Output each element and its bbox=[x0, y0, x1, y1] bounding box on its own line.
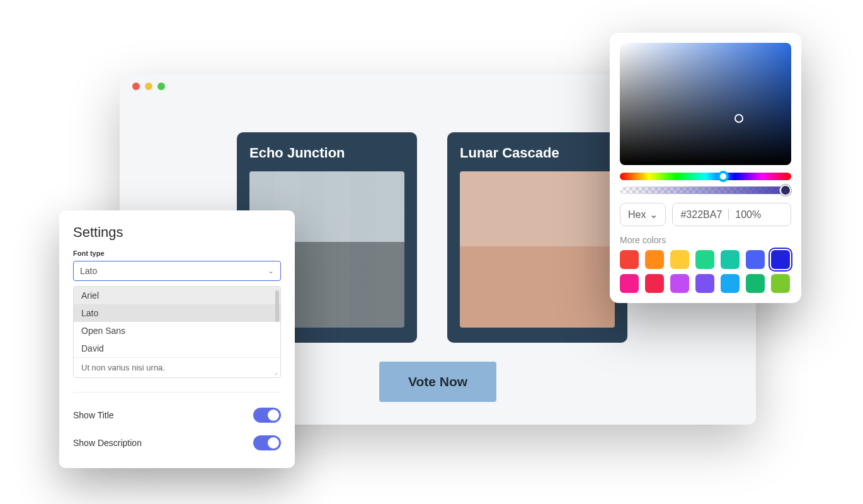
color-swatch[interactable] bbox=[670, 250, 689, 269]
color-swatch[interactable] bbox=[695, 250, 714, 269]
font-option[interactable]: David bbox=[74, 340, 280, 357]
color-swatch[interactable] bbox=[645, 274, 664, 293]
color-value-row: Hex ⌄ #322BA7 100% bbox=[620, 203, 791, 226]
poll-card-title: Echo Junction bbox=[249, 145, 404, 161]
color-swatch[interactable] bbox=[771, 274, 790, 293]
show-title-label: Show Title bbox=[73, 410, 114, 420]
chevron-down-icon: ⌄ bbox=[268, 266, 274, 275]
divider bbox=[728, 209, 729, 220]
vote-button[interactable]: Vote Now bbox=[379, 362, 496, 402]
font-type-selected-value: Lato bbox=[80, 266, 97, 276]
color-swatch[interactable] bbox=[746, 274, 765, 293]
color-swatch[interactable] bbox=[645, 250, 664, 269]
show-description-toggle[interactable] bbox=[253, 435, 281, 450]
color-gradient-cursor[interactable] bbox=[734, 114, 743, 123]
color-picker-panel: Hex ⌄ #322BA7 100% More colors bbox=[610, 33, 801, 303]
show-title-row: Show Title bbox=[73, 401, 281, 429]
color-format-value: Hex bbox=[628, 209, 646, 220]
font-option[interactable]: Open Sans bbox=[74, 322, 280, 340]
divider bbox=[73, 392, 281, 392]
font-option[interactable]: Lato bbox=[74, 304, 280, 322]
opacity-value: 100% bbox=[735, 209, 761, 220]
color-swatch[interactable] bbox=[746, 250, 765, 269]
font-type-label: Font type bbox=[73, 249, 281, 257]
color-swatch[interactable] bbox=[721, 250, 740, 269]
color-swatch[interactable] bbox=[695, 274, 714, 293]
color-swatch-grid bbox=[620, 250, 791, 293]
hue-slider[interactable] bbox=[620, 173, 791, 180]
settings-panel: Settings Font type Lato ⌄ Ariel Lato Ope… bbox=[59, 210, 295, 468]
color-swatch[interactable] bbox=[771, 250, 790, 269]
color-swatch[interactable] bbox=[670, 274, 689, 293]
resize-handle-icon[interactable]: ⌟ bbox=[274, 367, 278, 376]
hex-value: #322BA7 bbox=[680, 209, 722, 220]
dropdown-scrollbar[interactable] bbox=[275, 290, 279, 322]
color-value-input[interactable]: #322BA7 100% bbox=[672, 203, 791, 226]
poll-card-image bbox=[460, 171, 615, 328]
textarea-value: Ut non varius nisi urna. bbox=[81, 363, 165, 372]
color-swatch[interactable] bbox=[620, 274, 639, 293]
show-description-row: Show Description bbox=[73, 429, 281, 457]
poll-card-title: Lunar Cascade bbox=[460, 145, 615, 161]
window-minimize-icon[interactable] bbox=[145, 83, 152, 90]
show-description-label: Show Description bbox=[73, 438, 142, 448]
color-gradient-area[interactable] bbox=[620, 43, 791, 165]
font-type-select[interactable]: Lato ⌄ bbox=[73, 261, 281, 281]
poll-card[interactable]: Lunar Cascade bbox=[447, 132, 627, 343]
settings-title: Settings bbox=[73, 224, 281, 241]
more-colors-label: More colors bbox=[620, 235, 791, 245]
color-swatch[interactable] bbox=[721, 274, 740, 293]
font-preview-textarea[interactable]: Ut non varius nisi urna. ⌟ bbox=[74, 357, 280, 377]
window-maximize-icon[interactable] bbox=[157, 83, 165, 90]
color-swatch[interactable] bbox=[620, 250, 639, 269]
font-type-dropdown: Ariel Lato Open Sans David Ut non varius… bbox=[73, 286, 281, 378]
chevron-down-icon: ⌄ bbox=[649, 209, 658, 220]
show-title-toggle[interactable] bbox=[253, 408, 281, 423]
alpha-slider-thumb[interactable] bbox=[780, 185, 791, 196]
alpha-slider[interactable] bbox=[620, 186, 791, 194]
window-close-icon[interactable] bbox=[132, 83, 140, 90]
font-option[interactable]: Ariel bbox=[74, 287, 280, 304]
hue-slider-thumb[interactable] bbox=[717, 171, 729, 182]
color-format-select[interactable]: Hex ⌄ bbox=[620, 203, 666, 226]
